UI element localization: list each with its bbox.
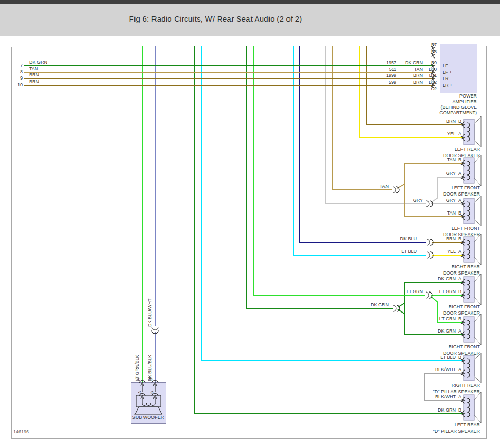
speaker-name-line: RIGHT FRONT (393, 344, 480, 350)
speaker-terminal-letter: B (458, 407, 461, 413)
feed-row-number: 7 (7, 63, 23, 68)
speaker-terminal-wire: TAN (415, 210, 456, 216)
speaker-terminal-letter: B (458, 355, 461, 360)
speaker-name-line: DOOR SPEAKER (393, 191, 480, 197)
amp-caption-line: (BEHIND GLOVE (405, 105, 477, 110)
speaker-icon (464, 274, 481, 305)
amp-pin-signal: LF + (443, 70, 452, 75)
wiring-diagram: 146196 7DK GRN8TAN9BRN10BRNB7B8B91957DK … (0, 0, 500, 448)
speaker-terminal-letter: A (458, 394, 461, 400)
feed-row-number: 9 (7, 75, 23, 81)
amp-pin-wire: BRN (382, 73, 423, 79)
speaker-terminal-wire: BRN (415, 119, 456, 124)
speaker-terminal-letter: B (458, 119, 461, 124)
speaker-name-line: RIGHT REAR (393, 383, 480, 388)
subwoofer-wire-label: DK BLU/WHT (147, 283, 153, 327)
wire-label: GRY (382, 198, 423, 203)
speaker-terminal-letter: A (458, 367, 461, 373)
amp-pin-signal: LF - (443, 63, 451, 69)
speaker-terminal-letter: A (458, 276, 461, 282)
speaker-icon (464, 314, 481, 345)
amp-pin-signal: LR + (443, 83, 452, 88)
speaker-icon (464, 392, 481, 423)
speaker-terminal-letter: B (458, 210, 461, 216)
speaker-terminal-wire: BLK/WHT (415, 367, 456, 373)
speaker-terminal-letter: B (458, 289, 461, 295)
speaker-terminal-letter: A (458, 171, 461, 177)
speaker-terminal-letter: A (458, 328, 461, 334)
speaker-terminal-wire: GRY (415, 171, 456, 177)
speaker-terminal-letter: B (458, 236, 461, 242)
speaker-icon (464, 155, 481, 186)
speaker-name-line: LEFT FRONT (393, 185, 480, 191)
amp-caption-line: POWER (405, 93, 477, 99)
amp-pin-wire: BRN (382, 80, 423, 85)
subwoofer-label: SUB WOOFER (131, 415, 165, 420)
speaker-icon (464, 234, 481, 265)
amp-pin-id: B7 (396, 42, 437, 48)
speaker-terminal-wire: YEL (415, 249, 456, 255)
wire-label: DK BLU (376, 236, 417, 242)
amp-pin-signal: LR - (443, 76, 451, 82)
page: Fig 6: Radio Circuits, W/ Rear Seat Audi… (0, 0, 500, 448)
speaker-name-line: "D" PILLAR SPEAKER (393, 428, 480, 434)
wire-label: LT BLU (376, 249, 417, 255)
amp-connector-id: C2 (396, 86, 437, 92)
speaker-terminal-wire: DK GRN (415, 328, 456, 334)
speaker-icon (464, 116, 481, 147)
speaker-terminal-wire: BRN (415, 236, 456, 242)
speaker-terminal-letter: A (458, 198, 461, 203)
feed-row-wire-label: TAN (29, 66, 38, 72)
speaker-name-line: LEFT REAR (393, 147, 480, 152)
speaker-name-line: LEFT REAR (393, 422, 480, 428)
speaker-terminal-letter: A (458, 131, 461, 137)
feed-row-wire-label: BRN (29, 79, 39, 85)
feed-row-wire-label: BRN (29, 72, 39, 78)
speaker-terminal-wire: YEL (415, 131, 456, 137)
subwoofer-terminal-letter: A (137, 385, 142, 394)
speaker-terminal-wire: DK GRN (415, 276, 456, 282)
speaker-icon (464, 196, 481, 226)
speaker-name-line: RIGHT FRONT (393, 304, 480, 310)
wire-label: LT GRN (382, 289, 423, 295)
speaker-terminal-wire: DK GRN (415, 407, 456, 413)
subwoofer-terminal-letter: B (149, 385, 155, 394)
amp-pin-wire: TAN (382, 67, 423, 72)
speaker-terminal-wire: LT BLU (415, 355, 456, 360)
feed-row-wire-label: DK GRN (29, 60, 47, 65)
speaker-terminal-wire: BLK/WHT (415, 394, 456, 400)
feed-row-number: 10 (7, 82, 23, 88)
speaker-name-line: RIGHT REAR (393, 264, 480, 270)
amp-caption-line: AMPLIFIER (405, 99, 477, 105)
feed-row-number: 8 (7, 69, 23, 75)
amp-pin-wire: DK GRN (382, 60, 423, 66)
subwoofer-terminal-letter: B (148, 373, 154, 381)
speaker-name-line: DOOR SPEAKER (393, 270, 480, 276)
speaker-name-line: DOOR SPEAKER (393, 310, 480, 316)
speaker-terminal-wire: LT GRN (415, 316, 456, 322)
speaker-terminal-letter: A (458, 249, 461, 255)
wire-label: DK GRN (348, 302, 389, 308)
speaker-name-line: LEFT FRONT (393, 226, 480, 231)
speaker-icon (464, 353, 481, 383)
speaker-terminal-letter: B (458, 157, 461, 163)
subwoofer-terminal-letter: A (136, 373, 141, 381)
speaker-terminal-wire: TAN (415, 157, 456, 163)
wire-label: TAN (348, 184, 389, 189)
amp-caption-line: COMPARTMENT) (405, 110, 477, 116)
speaker-terminal-letter: B (458, 316, 461, 322)
amp-pin-id: B8 (396, 49, 437, 55)
